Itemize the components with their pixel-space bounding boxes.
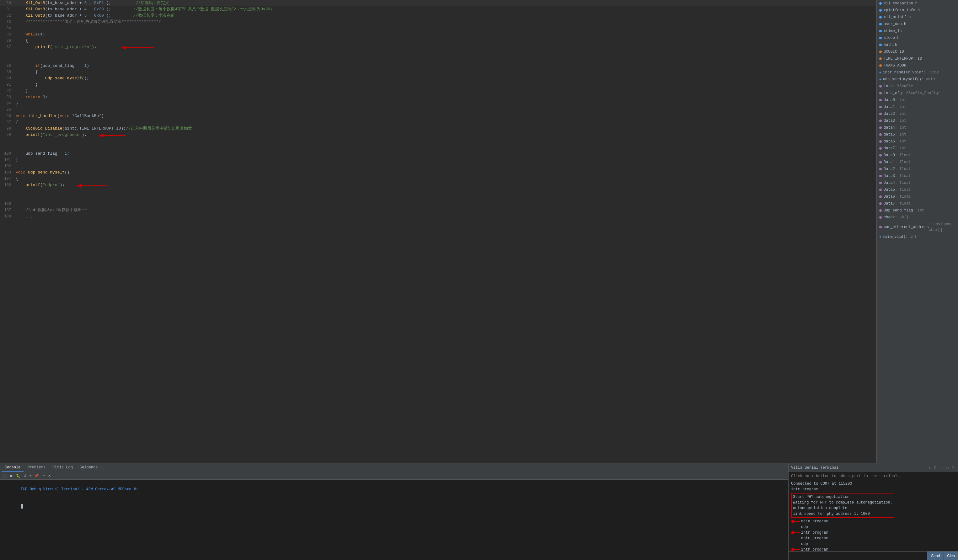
outline-item[interactable]: ◈ intr_handler(void*) : void	[877, 69, 958, 76]
outline-item[interactable]: check : u8[]	[877, 214, 958, 221]
serial-send-button[interactable]: Send	[927, 552, 944, 560]
table-row: 86 {	[0, 38, 876, 44]
line-content: {	[14, 38, 876, 44]
serial-minimize-btn[interactable]: —	[939, 466, 944, 470]
outline-dot	[879, 216, 882, 219]
outline-item[interactable]: xplatform_info.h	[877, 7, 958, 14]
tab-problems[interactable]: Problems	[24, 464, 49, 471]
line-number: 86	[0, 38, 14, 44]
serial-controls: + ⚙ — □ ✕	[928, 466, 955, 470]
serial-settings-btn[interactable]: ⚙	[933, 466, 937, 470]
outline-item[interactable]: TIME_INTERRUPT_ID	[877, 55, 958, 62]
table-row: 90 udp_send_myself();	[0, 75, 876, 82]
outline-type: : float	[895, 152, 910, 158]
line-content: /*adc数据从axi寄存器中读出*/	[14, 207, 876, 213]
outline-item[interactable]: user_udp.h	[877, 21, 958, 28]
outline-item[interactable]: data0 : int	[877, 97, 958, 103]
outline-item[interactable]: math.h	[877, 41, 958, 48]
list-item: udp	[791, 524, 955, 530]
outline-item[interactable]: xil_printf.h	[877, 14, 958, 21]
outline-text: xil_printf.h	[883, 14, 910, 20]
outline-text: data7	[883, 146, 895, 151]
outline-item[interactable]: intc_cfg : XScuGic_Config*	[877, 90, 958, 97]
outline-item[interactable]: udp_send_flag : int	[877, 207, 958, 214]
outline-dot	[879, 182, 882, 184]
toolbar-external-btn[interactable]: ↗	[41, 473, 46, 478]
tab-guidance[interactable]: Guidance ℹ	[76, 464, 106, 471]
outline-item[interactable]: mac_ethernet_address : unsigned char[]	[877, 221, 958, 233]
line-number: 100	[0, 151, 14, 157]
serial-input[interactable]	[788, 552, 927, 560]
toolbar-stop-btn[interactable]: ⬛	[2, 473, 8, 478]
outline-item[interactable]: Data5 : float	[877, 186, 958, 193]
serial-panel: Vitis Serial Terminal + ⚙ — □ ✕ Click on…	[788, 463, 958, 560]
toolbar-run-btn[interactable]: ▶	[9, 473, 14, 478]
outline-dot	[879, 64, 882, 67]
outline-item[interactable]: data6 : int	[877, 138, 958, 145]
outline-dot	[879, 85, 882, 87]
line-number: 94	[0, 100, 14, 107]
serial-close-btn[interactable]: ✕	[951, 466, 955, 470]
outline-dot	[879, 133, 882, 136]
code-editor[interactable]: 80 Xil_Out8(tx_base_addr + 3 , 0xF1 ); /…	[0, 0, 876, 463]
line-content: Xil_Out8(tx_base_addr + 5 , 0x00 ); //数据…	[14, 13, 876, 19]
outline-item[interactable]: SCUGIC_ID	[877, 48, 958, 55]
outline-item[interactable]: data7 : int	[877, 145, 958, 152]
serial-maximize-btn[interactable]: □	[945, 466, 950, 470]
outline-type: : float	[895, 180, 910, 186]
toolbar-refresh-btn[interactable]: ↺	[22, 473, 28, 478]
serial-clear-button[interactable]: Clea	[944, 552, 958, 560]
toolbar-pin-btn[interactable]: 📌	[33, 473, 40, 478]
outline-item[interactable]: intc : XScuGic	[877, 83, 958, 90]
tab-guidance-label: Guidance	[80, 465, 98, 470]
outline-item[interactable]: data1 : int	[877, 103, 958, 110]
outline-item[interactable]: Data4 : float	[877, 179, 958, 186]
outline-item[interactable]: ◈ main(void) : int	[877, 233, 958, 240]
outline-item[interactable]: data3 : int	[877, 117, 958, 124]
outline-item[interactable]: Data7 : float	[877, 200, 958, 207]
table-row: 89 {	[0, 69, 876, 75]
toolbar-close-btn[interactable]: ✕	[47, 473, 52, 478]
tab-console[interactable]: Console	[2, 464, 24, 471]
toolbar-debug-btn[interactable]: 🐛	[15, 473, 22, 478]
table-row: 105 printf("udp\n");	[0, 182, 876, 201]
line-number: 104	[0, 176, 14, 182]
outline-item[interactable]: Data0 : float	[877, 152, 958, 159]
line-content: udp_send_myself();	[14, 75, 876, 82]
outline-text: SCUGIC_ID	[883, 49, 904, 55]
line-content: Xil_Out8(tx_base_addr + 4 , 0x20 ); //数据…	[14, 6, 876, 13]
outline-item[interactable]: TRANS_ADDR	[877, 62, 958, 69]
serial-add-btn[interactable]: +	[928, 466, 931, 470]
table-row: 106	[0, 201, 876, 207]
outline-text: intr_handler(void*)	[883, 70, 926, 75]
outline-item[interactable]: xtime_1h	[877, 28, 958, 35]
outline-dot	[879, 57, 882, 60]
outline-dot	[879, 51, 882, 53]
outline-item[interactable]: data2 : int	[877, 110, 958, 117]
line-number: 96	[0, 113, 14, 119]
line-content: Xil_Out8(tx_base_addr + 3 , 0xF1 ); //功能…	[14, 0, 876, 6]
outline-item[interactable]: Data3 : float	[877, 173, 958, 179]
outline-item[interactable]: data4 : int	[877, 124, 958, 131]
outline-item[interactable]: ◈ udp_send_myself() : void	[877, 76, 958, 83]
outline-item[interactable]: data5 : int	[877, 131, 958, 138]
outline-item[interactable]: Data1 : float	[877, 159, 958, 166]
list-item: Start PHY autonegotiation	[793, 494, 892, 500]
outline-item[interactable]: sleep.h	[877, 35, 958, 41]
outline-text: intc_cfg	[883, 90, 902, 96]
code-lines: 80 Xil_Out8(tx_base_addr + 3 , 0xF1 ); /…	[0, 0, 876, 220]
toolbar-settings-btn[interactable]: ≡	[28, 474, 33, 478]
table-row: 87 printf("main_program\n");	[0, 44, 876, 63]
outline-type: : int	[913, 208, 925, 213]
outline-item[interactable]: xil_exception.h	[877, 0, 958, 7]
line-number: 102	[0, 163, 14, 170]
outline-dot	[879, 161, 882, 163]
tab-vitis-log[interactable]: Vitis Log	[49, 464, 76, 471]
console-title: TCF Debug Virtual Terminal - ARM Cortex-…	[3, 481, 786, 498]
outline-item[interactable]: Data6 : float	[877, 193, 958, 200]
line-content: void udp_send_myself()	[14, 170, 876, 176]
table-row: 80 Xil_Out8(tx_base_addr + 3 , 0xF1 ); /…	[0, 0, 876, 6]
list-item: intr_program	[801, 547, 828, 551]
outline-item[interactable]: Data2 : float	[877, 166, 958, 173]
table-row: 97 {	[0, 119, 876, 125]
